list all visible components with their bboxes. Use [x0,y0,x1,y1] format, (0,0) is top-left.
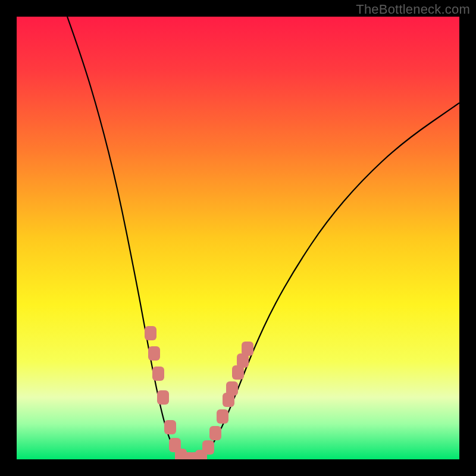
chart-frame: TheBottleneck.com [0,0,476,476]
data-marker [152,367,164,381]
data-marker [148,346,160,361]
bottleneck-curve [67,17,459,459]
data-marker [226,381,238,396]
curve-layer [17,17,459,459]
data-marker [145,326,156,340]
watermark-label: TheBottleneck.com [356,2,470,17]
data-marker [209,426,221,440]
data-marker [202,440,214,455]
data-marker [217,409,228,424]
data-marker [164,420,176,434]
plot-area [17,17,459,459]
data-marker [157,390,169,405]
data-marker [242,342,253,356]
